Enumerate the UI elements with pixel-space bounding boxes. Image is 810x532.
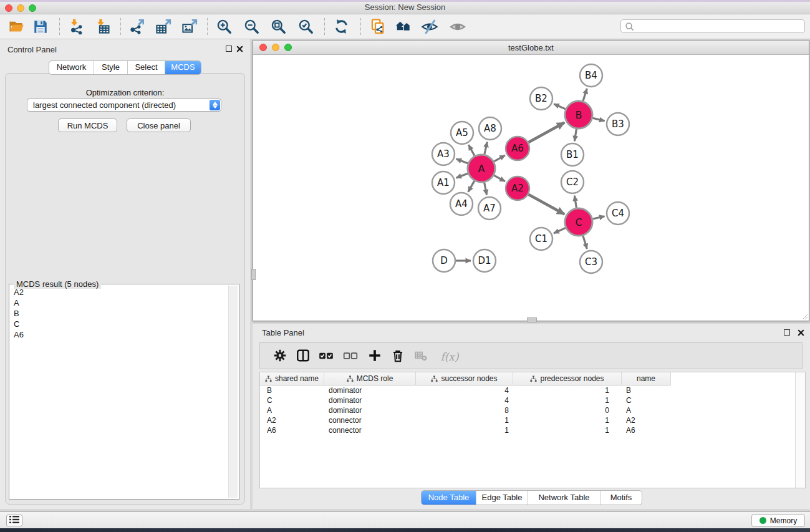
graph-node-C[interactable]: C — [565, 208, 592, 236]
close-panel-icon[interactable] — [236, 46, 243, 52]
search-input[interactable] — [637, 21, 802, 33]
graph-node-A6[interactable]: A6 — [506, 137, 529, 160]
table-cell[interactable]: A6 — [622, 425, 671, 435]
graph-node-B2[interactable]: B2 — [530, 87, 552, 110]
table-cell[interactable]: dominator — [324, 385, 416, 395]
open-session-button[interactable] — [5, 16, 27, 37]
table-cell[interactable]: C — [260, 395, 324, 405]
graph-node-C1[interactable]: C1 — [530, 228, 552, 250]
table-cell[interactable]: 1 — [513, 425, 622, 435]
tab-node-table[interactable]: Node Table — [422, 491, 476, 505]
table-cell[interactable]: 8 — [416, 405, 513, 415]
graph-edge[interactable] — [529, 123, 565, 143]
tab-style[interactable]: Style — [94, 61, 128, 74]
hide-selected-button[interactable] — [418, 16, 441, 37]
graph-node-D[interactable]: D — [433, 249, 455, 272]
graph-edge[interactable] — [468, 181, 475, 192]
deselect-all-button[interactable] — [342, 348, 359, 365]
column-header-name[interactable]: name — [622, 372, 671, 385]
select-all-button[interactable] — [317, 348, 335, 365]
graph-node-B[interactable]: B — [565, 101, 592, 128]
network-canvas[interactable]: B4B2BB3B1A5A8A3A6AA1A4A7A2C2CC4C1C3DD1 — [254, 55, 808, 321]
criterion-dropdown[interactable]: largest connected component (directed) — [27, 99, 221, 112]
graph-node-C3[interactable]: C3 — [580, 251, 602, 273]
table-row[interactable]: Cdominator41C — [260, 395, 796, 405]
scrollbar-track[interactable] — [228, 286, 238, 498]
table-cell[interactable]: connector — [324, 415, 416, 425]
graph-edge[interactable] — [554, 228, 566, 233]
graph-edge[interactable] — [583, 89, 587, 101]
graph-edge[interactable] — [593, 216, 605, 219]
graph-node-A8[interactable]: A8 — [479, 117, 501, 140]
mcds-result-item[interactable]: C — [11, 319, 228, 329]
column-header-shared-name[interactable]: shared name — [260, 372, 324, 385]
graph-node-B1[interactable]: B1 — [561, 143, 584, 166]
table-cell[interactable]: 1 — [416, 425, 513, 435]
table-cell[interactable]: A2 — [260, 415, 324, 425]
graph-node-C2[interactable]: C2 — [561, 171, 584, 193]
mcds-result-item[interactable]: A — [11, 297, 228, 308]
splitter-handle[interactable] — [251, 269, 256, 280]
graph-node-A3[interactable]: A3 — [432, 143, 455, 165]
graph-edge[interactable] — [529, 195, 565, 215]
table-cell[interactable]: A2 — [622, 415, 671, 425]
add-column-button[interactable] — [366, 348, 383, 365]
export-image-button[interactable] — [178, 16, 200, 37]
tab-network[interactable]: Network — [49, 61, 94, 74]
close-panel-button[interactable]: Close panel — [127, 118, 191, 132]
run-mcds-button[interactable]: Run MCDS — [58, 118, 117, 132]
float-panel-button[interactable] — [226, 46, 232, 52]
table-row[interactable]: A2connector11A2 — [260, 415, 796, 425]
zoom-in-button[interactable] — [213, 16, 236, 37]
zoom-out-button[interactable] — [241, 16, 263, 37]
zoom-fit-button[interactable] — [268, 16, 290, 37]
graph-edge[interactable] — [456, 173, 468, 178]
export-network-button[interactable] — [125, 16, 148, 37]
graph-edge[interactable] — [583, 236, 587, 249]
tab-select[interactable]: Select — [128, 61, 165, 74]
table-cell[interactable]: connector — [324, 425, 416, 435]
tab-network-table[interactable]: Network Table — [528, 491, 600, 505]
table-cell[interactable]: A — [622, 405, 671, 415]
graph-node-C4[interactable]: C4 — [607, 202, 629, 225]
column-header-successor-nodes[interactable]: successor nodes — [416, 372, 513, 385]
table-cell[interactable]: 1 — [513, 395, 622, 405]
table-cell[interactable]: dominator — [324, 405, 416, 415]
close-table-panel-icon[interactable] — [798, 329, 804, 336]
import-table-button[interactable] — [92, 16, 114, 37]
network-graph[interactable]: B4B2BB3B1A5A8A3A6AA1A4A7A2C2CC4C1C3DD1 — [254, 55, 808, 321]
column-header-mcds-role[interactable]: MCDS role — [324, 372, 416, 385]
graph-node-B4[interactable]: B4 — [580, 64, 602, 87]
graph-edge[interactable] — [469, 145, 475, 156]
table-settings-button[interactable] — [271, 348, 289, 365]
table-cell[interactable]: 1 — [513, 385, 622, 395]
zoom-selected-button[interactable] — [295, 16, 317, 37]
table-cell[interactable]: C — [622, 395, 671, 405]
delete-columns-button[interactable] — [389, 348, 407, 365]
graph-node-A[interactable]: A — [468, 155, 495, 182]
delete-table-button[interactable] — [412, 348, 430, 365]
search-field[interactable] — [620, 19, 805, 33]
export-table-button[interactable] — [152, 16, 174, 37]
graph-node-A4[interactable]: A4 — [450, 193, 473, 215]
table-scrollbar-track[interactable] — [795, 372, 805, 488]
splitter-handle[interactable] — [527, 317, 537, 322]
table-cell[interactable]: 1 — [416, 415, 513, 425]
tab-motifs[interactable]: Motifs — [600, 491, 642, 505]
graph-edge[interactable] — [485, 142, 487, 155]
float-table-panel-button[interactable] — [784, 329, 790, 336]
table-cell[interactable]: 4 — [416, 385, 513, 395]
tab-edge-table[interactable]: Edge Table — [476, 491, 528, 505]
tab-mcds[interactable]: MCDS — [165, 61, 201, 74]
task-history-button[interactable] — [6, 515, 22, 526]
column-header-predecessor-nodes[interactable]: predecessor nodes — [513, 372, 622, 385]
graph-edge[interactable] — [592, 118, 604, 121]
resize-grip[interactable] — [801, 312, 808, 320]
table-row[interactable]: Bdominator41B — [260, 385, 796, 395]
save-session-button[interactable] — [29, 16, 52, 37]
graph-edge[interactable] — [456, 159, 468, 163]
graph-node-A7[interactable]: A7 — [478, 197, 501, 220]
graph-edge[interactable] — [494, 175, 505, 181]
mcds-result-item[interactable]: A6 — [11, 329, 228, 340]
memory-button[interactable]: Memory — [751, 514, 805, 527]
